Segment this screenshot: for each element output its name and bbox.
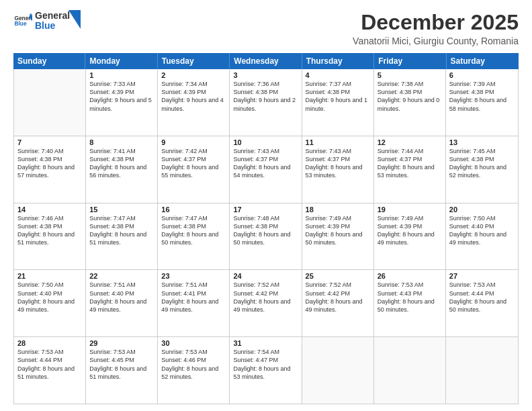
calendar-cell: 30Sunrise: 7:53 AM Sunset: 4:46 PM Dayli… [158, 337, 230, 404]
day-number: 14 [17, 205, 82, 214]
day-number: 11 [306, 138, 370, 146]
header-day-tuesday: Tuesday [158, 53, 230, 69]
header-day-saturday: Saturday [447, 53, 519, 69]
calendar-cell: 21Sunrise: 7:50 AM Sunset: 4:40 PM Dayli… [14, 270, 86, 336]
day-number: 25 [306, 272, 370, 280]
cell-info: Sunrise: 7:44 AM Sunset: 4:37 PM Dayligh… [378, 147, 442, 180]
cell-info: Sunrise: 7:53 AM Sunset: 4:43 PM Dayligh… [378, 281, 442, 314]
calendar-row-2: 14Sunrise: 7:46 AM Sunset: 4:38 PM Dayli… [14, 203, 518, 271]
day-number: 22 [89, 272, 154, 280]
day-number: 17 [233, 205, 298, 214]
calendar-cell: 11Sunrise: 7:43 AM Sunset: 4:37 PM Dayli… [302, 136, 374, 203]
day-number: 2 [161, 71, 226, 79]
day-number: 26 [378, 272, 442, 280]
calendar-cell [302, 337, 374, 404]
cell-info: Sunrise: 7:37 AM Sunset: 4:38 PM Dayligh… [306, 80, 370, 113]
calendar-body: 1Sunrise: 7:33 AM Sunset: 4:39 PM Daylig… [13, 69, 519, 404]
cell-info: Sunrise: 7:49 AM Sunset: 4:39 PM Dayligh… [306, 214, 370, 247]
day-number: 15 [89, 205, 154, 214]
calendar-cell: 12Sunrise: 7:44 AM Sunset: 4:37 PM Dayli… [374, 136, 446, 203]
calendar-cell: 31Sunrise: 7:54 AM Sunset: 4:47 PM Dayli… [230, 337, 302, 404]
calendar-cell: 28Sunrise: 7:53 AM Sunset: 4:44 PM Dayli… [14, 337, 86, 404]
calendar-cell: 9Sunrise: 7:42 AM Sunset: 4:37 PM Daylig… [158, 136, 230, 203]
calendar-row-1: 7Sunrise: 7:40 AM Sunset: 4:38 PM Daylig… [14, 136, 518, 203]
day-number: 12 [378, 138, 442, 146]
svg-text:Blue: Blue [14, 20, 26, 27]
cell-info: Sunrise: 7:45 AM Sunset: 4:38 PM Dayligh… [449, 147, 515, 180]
calendar-cell [14, 69, 86, 136]
calendar-cell: 15Sunrise: 7:47 AM Sunset: 4:38 PM Dayli… [86, 203, 158, 270]
header-day-wednesday: Wednesday [230, 53, 302, 69]
logo-blue-text: Blue [35, 21, 70, 31]
day-number: 27 [449, 272, 515, 280]
calendar-cell: 5Sunrise: 7:38 AM Sunset: 4:38 PM Daylig… [374, 69, 446, 136]
header-day-friday: Friday [374, 53, 446, 69]
cell-info: Sunrise: 7:46 AM Sunset: 4:38 PM Dayligh… [17, 214, 82, 247]
day-number: 19 [378, 205, 442, 214]
calendar-cell: 4Sunrise: 7:37 AM Sunset: 4:38 PM Daylig… [302, 69, 374, 136]
day-number: 28 [17, 339, 82, 347]
page-header: General Blue General Blue December 2025 … [13, 11, 519, 46]
cell-info: Sunrise: 7:50 AM Sunset: 4:40 PM Dayligh… [449, 214, 515, 247]
cell-info: Sunrise: 7:53 AM Sunset: 4:44 PM Dayligh… [449, 281, 515, 314]
calendar-cell: 22Sunrise: 7:51 AM Sunset: 4:40 PM Dayli… [86, 270, 158, 336]
cell-info: Sunrise: 7:39 AM Sunset: 4:38 PM Dayligh… [449, 80, 515, 113]
calendar-cell: 13Sunrise: 7:45 AM Sunset: 4:38 PM Dayli… [446, 136, 518, 203]
calendar-cell: 3Sunrise: 7:36 AM Sunset: 4:38 PM Daylig… [230, 69, 302, 136]
cell-info: Sunrise: 7:34 AM Sunset: 4:39 PM Dayligh… [161, 80, 226, 113]
calendar-row-4: 28Sunrise: 7:53 AM Sunset: 4:44 PM Dayli… [14, 337, 518, 404]
day-number: 6 [449, 71, 515, 79]
calendar-cell: 26Sunrise: 7:53 AM Sunset: 4:43 PM Dayli… [374, 270, 446, 336]
cell-info: Sunrise: 7:53 AM Sunset: 4:44 PM Dayligh… [17, 348, 82, 381]
calendar-cell [374, 337, 446, 404]
day-number: 13 [449, 138, 515, 146]
location-title: Vanatorii Mici, Giurgiu County, Romania [353, 36, 519, 46]
cell-info: Sunrise: 7:50 AM Sunset: 4:40 PM Dayligh… [17, 281, 82, 314]
cell-info: Sunrise: 7:33 AM Sunset: 4:39 PM Dayligh… [89, 80, 154, 113]
cell-info: Sunrise: 7:36 AM Sunset: 4:38 PM Dayligh… [233, 80, 298, 113]
calendar-cell: 25Sunrise: 7:52 AM Sunset: 4:42 PM Dayli… [302, 270, 374, 336]
month-title: December 2025 [353, 11, 519, 34]
title-block: December 2025 Vanatorii Mici, Giurgiu Co… [353, 11, 519, 46]
day-number: 16 [161, 205, 226, 214]
cell-info: Sunrise: 7:48 AM Sunset: 4:38 PM Dayligh… [233, 214, 298, 247]
calendar-cell: 10Sunrise: 7:43 AM Sunset: 4:37 PM Dayli… [230, 136, 302, 203]
calendar: SundayMondayTuesdayWednesdayThursdayFrid… [13, 53, 519, 404]
day-number: 20 [449, 205, 515, 214]
calendar-cell: 6Sunrise: 7:39 AM Sunset: 4:38 PM Daylig… [446, 69, 518, 136]
calendar-cell: 18Sunrise: 7:49 AM Sunset: 4:39 PM Dayli… [302, 203, 374, 270]
day-number: 21 [17, 272, 82, 280]
logo-general-text: General [35, 11, 70, 21]
calendar-header: SundayMondayTuesdayWednesdayThursdayFrid… [13, 53, 519, 69]
cell-info: Sunrise: 7:38 AM Sunset: 4:38 PM Dayligh… [378, 80, 442, 113]
cell-info: Sunrise: 7:43 AM Sunset: 4:37 PM Dayligh… [233, 147, 298, 180]
cell-info: Sunrise: 7:53 AM Sunset: 4:46 PM Dayligh… [161, 348, 226, 381]
cell-info: Sunrise: 7:47 AM Sunset: 4:38 PM Dayligh… [89, 214, 154, 247]
svg-marker-4 [69, 10, 81, 29]
calendar-cell: 8Sunrise: 7:41 AM Sunset: 4:38 PM Daylig… [86, 136, 158, 203]
day-number: 18 [306, 205, 370, 214]
cell-info: Sunrise: 7:40 AM Sunset: 4:38 PM Dayligh… [17, 147, 82, 180]
day-number: 7 [17, 138, 82, 146]
day-number: 30 [161, 339, 226, 347]
day-number: 10 [233, 138, 298, 146]
day-number: 24 [233, 272, 298, 280]
calendar-cell: 23Sunrise: 7:51 AM Sunset: 4:41 PM Dayli… [158, 270, 230, 336]
cell-info: Sunrise: 7:52 AM Sunset: 4:42 PM Dayligh… [306, 281, 370, 314]
day-number: 4 [306, 71, 370, 79]
day-number: 1 [89, 71, 154, 79]
day-number: 31 [233, 339, 298, 347]
day-number: 3 [233, 71, 298, 79]
header-day-thursday: Thursday [302, 53, 374, 69]
cell-info: Sunrise: 7:54 AM Sunset: 4:47 PM Dayligh… [233, 348, 298, 381]
cell-info: Sunrise: 7:42 AM Sunset: 4:37 PM Dayligh… [161, 147, 226, 180]
calendar-cell: 16Sunrise: 7:47 AM Sunset: 4:38 PM Dayli… [158, 203, 230, 270]
cell-info: Sunrise: 7:52 AM Sunset: 4:42 PM Dayligh… [233, 281, 298, 314]
day-number: 23 [161, 272, 226, 280]
cell-info: Sunrise: 7:51 AM Sunset: 4:41 PM Dayligh… [161, 281, 226, 314]
calendar-row-3: 21Sunrise: 7:50 AM Sunset: 4:40 PM Dayli… [14, 270, 518, 337]
cell-info: Sunrise: 7:51 AM Sunset: 4:40 PM Dayligh… [89, 281, 154, 314]
cell-info: Sunrise: 7:47 AM Sunset: 4:38 PM Dayligh… [161, 214, 226, 247]
calendar-cell: 14Sunrise: 7:46 AM Sunset: 4:38 PM Dayli… [14, 203, 86, 270]
day-number: 5 [378, 71, 442, 79]
